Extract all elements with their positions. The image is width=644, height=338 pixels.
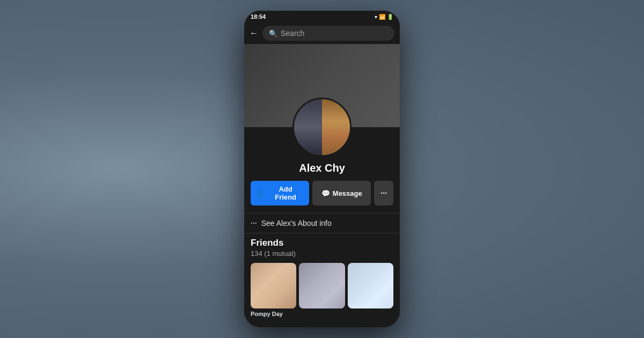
- friend-thumbnail-2: [299, 263, 345, 308]
- profile-pic-left: [294, 99, 322, 155]
- friend-item-1[interactable]: Pompy Day: [251, 263, 296, 317]
- status-icons: ▾ 📶 🔋: [375, 14, 393, 20]
- message-label: Message: [333, 189, 362, 197]
- search-label: Search: [281, 29, 304, 38]
- friends-count: 134 (1 mutual): [251, 249, 393, 258]
- profile-pic-right: [322, 99, 350, 155]
- friend-item-3[interactable]: [348, 263, 393, 317]
- about-dots-icon: ···: [251, 219, 257, 227]
- search-icon: 🔍: [269, 30, 277, 38]
- friend-item-2[interactable]: [299, 263, 345, 317]
- friend-name-1: Pompy Day: [251, 311, 296, 317]
- about-section[interactable]: ··· See Alex's About info: [251, 214, 393, 233]
- phone-screen: 18:54 ▾ 📶 🔋 ← 🔍 Search Alex Chy: [244, 11, 400, 327]
- search-bar: ← 🔍 Search: [244, 23, 400, 44]
- search-input-area[interactable]: 🔍 Search: [262, 26, 394, 41]
- friends-grid: Pompy Day: [251, 263, 393, 317]
- cover-photo: [244, 44, 400, 127]
- friend-thumbnail-1: [251, 263, 296, 308]
- profile-picture[interactable]: [292, 98, 352, 157]
- friend-thumbnail-3: [348, 263, 393, 308]
- profile-pic-container: [292, 98, 352, 157]
- about-text: See Alex's About info: [261, 219, 332, 227]
- add-friend-label: Add Friend: [267, 185, 304, 201]
- friends-section: Friends 134 (1 mutual) Pompy Day: [251, 233, 393, 317]
- action-buttons: 👤 Add Friend 💬 Message ···: [251, 181, 393, 205]
- wifi-icon: ▾: [375, 14, 377, 20]
- profile-name: Alex Chy: [251, 162, 393, 174]
- messenger-icon: 💬: [321, 189, 330, 197]
- battery-icon: 🔋: [387, 14, 393, 20]
- back-button[interactable]: ←: [250, 28, 258, 38]
- more-dots-icon: ···: [380, 189, 387, 197]
- add-friend-button[interactable]: 👤 Add Friend: [251, 181, 309, 205]
- friends-title: Friends: [251, 238, 393, 248]
- message-button[interactable]: 💬 Message: [312, 181, 371, 205]
- signal-icon: 📶: [379, 14, 385, 20]
- status-time: 18:54: [251, 13, 266, 20]
- status-bar: 18:54 ▾ 📶 🔋: [244, 11, 400, 23]
- person-icon: 👤: [256, 189, 265, 197]
- more-button[interactable]: ···: [374, 181, 393, 205]
